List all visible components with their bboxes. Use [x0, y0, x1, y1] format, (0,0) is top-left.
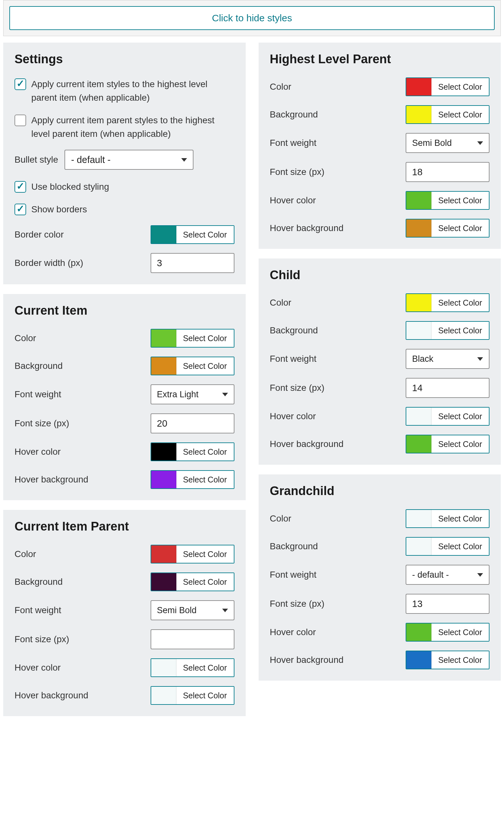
child-font-weight-label: Font weight	[270, 352, 406, 365]
checkbox-apply-parent-highest[interactable]	[15, 114, 26, 126]
highest-level-parent-hover-color-button[interactable]: Select Color	[431, 192, 489, 209]
current-item-parent-hover-color-button[interactable]: Select Color	[176, 659, 234, 677]
child-hover-bg-field[interactable]: Select Color	[406, 435, 489, 453]
current-item-background-label: Background	[15, 360, 151, 372]
highest-level-parent-hover-color-field[interactable]: Select Color	[406, 191, 489, 210]
child-font-weight-value: Black	[412, 354, 433, 364]
border-color-button[interactable]: Select Color	[176, 226, 234, 243]
border-color-swatch	[151, 226, 176, 243]
current-item-hover-color-field[interactable]: Select Color	[151, 442, 234, 461]
settings-title: Settings	[15, 52, 234, 66]
grandchild-color-button[interactable]: Select Color	[431, 510, 489, 527]
grandchild-font-weight-select[interactable]: - default -	[406, 565, 489, 585]
current-item-background-field[interactable]: Select Color	[151, 357, 234, 375]
grandchild-hover-bg-button[interactable]: Select Color	[431, 651, 489, 669]
grandchild-background-label: Background	[270, 540, 406, 552]
chevron-down-icon	[477, 357, 483, 361]
current-item-parent-color-field[interactable]: Select Color	[151, 545, 234, 563]
current-item-color-field[interactable]: Select Color	[151, 329, 234, 348]
grandchild-font-size-input[interactable]	[406, 594, 489, 614]
highest-level-parent-hover-bg-field[interactable]: Select Color	[406, 219, 489, 238]
highest-level-parent-background-swatch	[406, 106, 431, 123]
current-item-background-button[interactable]: Select Color	[176, 357, 234, 375]
grandchild-background-button[interactable]: Select Color	[431, 538, 489, 555]
child-background-button[interactable]: Select Color	[431, 322, 489, 339]
child-color-field[interactable]: Select Color	[406, 293, 489, 312]
current-item-parent-title: Current Item Parent	[15, 519, 234, 533]
bullet-style-value: - default -	[71, 154, 111, 165]
toggle-styles-button[interactable]: Click to hide styles	[9, 6, 495, 30]
highest-level-parent-background-field[interactable]: Select Color	[406, 105, 489, 124]
current-item-parent-color-button[interactable]: Select Color	[176, 545, 234, 563]
highest-level-parent-hover-bg-button[interactable]: Select Color	[431, 220, 489, 237]
child-background-field[interactable]: Select Color	[406, 321, 489, 340]
current-item-font-size-input[interactable]	[151, 413, 234, 433]
current-item-font-weight-value: Extra Light	[157, 390, 199, 400]
child-hover-bg-label: Hover background	[270, 438, 406, 450]
panel-child: Child Color Select Color Background Sele…	[259, 259, 501, 465]
current-item-hover-color-button[interactable]: Select Color	[176, 443, 234, 460]
highest-level-parent-font-size-label: Font size (px)	[270, 165, 406, 178]
highest-level-parent-title: Highest Level Parent	[270, 52, 490, 66]
highest-level-parent-hover-bg-label: Hover background	[270, 222, 406, 234]
highest-level-parent-font-weight-select[interactable]: Semi Bold	[406, 133, 489, 153]
child-hover-color-field[interactable]: Select Color	[406, 407, 489, 426]
current-item-title: Current Item	[15, 304, 234, 318]
current-item-color-button[interactable]: Select Color	[176, 330, 234, 347]
chevron-down-icon	[477, 141, 483, 145]
current-item-parent-font-size-label: Font size (px)	[15, 633, 151, 646]
chevron-down-icon	[222, 608, 228, 612]
child-color-swatch	[406, 294, 431, 312]
current-item-parent-background-field[interactable]: Select Color	[151, 572, 234, 591]
current-item-color-swatch	[151, 330, 176, 347]
child-background-label: Background	[270, 324, 406, 337]
current-item-parent-background-swatch	[151, 573, 176, 590]
border-color-field[interactable]: Select Color	[151, 225, 234, 244]
bullet-style-select[interactable]: - default -	[64, 150, 193, 170]
grandchild-color-field[interactable]: Select Color	[406, 509, 489, 528]
grandchild-font-size-label: Font size (px)	[270, 597, 406, 610]
child-color-label: Color	[270, 296, 406, 309]
child-color-button[interactable]: Select Color	[431, 294, 489, 312]
border-width-input[interactable]	[151, 253, 234, 273]
highest-level-parent-hover-color-label: Hover color	[270, 194, 406, 207]
current-item-hover-bg-button[interactable]: Select Color	[176, 471, 234, 488]
current-item-hover-bg-field[interactable]: Select Color	[151, 470, 234, 489]
current-item-parent-hover-color-field[interactable]: Select Color	[151, 658, 234, 677]
grandchild-hover-color-field[interactable]: Select Color	[406, 623, 489, 642]
grandchild-background-field[interactable]: Select Color	[406, 537, 489, 556]
checkbox-apply-current-highest[interactable]	[15, 78, 26, 90]
current-item-hover-color-swatch	[151, 443, 176, 460]
current-item-hover-bg-swatch	[151, 471, 176, 488]
current-item-color-label: Color	[15, 332, 151, 344]
current-item-parent-hover-color-label: Hover color	[15, 661, 151, 674]
current-item-font-weight-select[interactable]: Extra Light	[151, 384, 234, 404]
current-item-font-weight-label: Font weight	[15, 388, 151, 401]
current-item-parent-font-weight-select[interactable]: Semi Bold	[151, 600, 234, 620]
chevron-down-icon	[222, 393, 228, 396]
panel-highest-level-parent: Highest Level Parent Color Select Color …	[259, 43, 501, 249]
child-font-size-input[interactable]	[406, 378, 489, 398]
highest-level-parent-color-button[interactable]: Select Color	[431, 78, 489, 95]
current-item-parent-hover-bg-swatch	[151, 687, 176, 704]
current-item-parent-background-button[interactable]: Select Color	[176, 573, 234, 590]
current-item-parent-hover-bg-button[interactable]: Select Color	[176, 687, 234, 704]
grandchild-hover-color-button[interactable]: Select Color	[431, 624, 489, 641]
current-item-parent-hover-bg-field[interactable]: Select Color	[151, 686, 234, 705]
child-font-size-label: Font size (px)	[270, 381, 406, 394]
highest-level-parent-color-field[interactable]: Select Color	[406, 77, 489, 96]
highest-level-parent-font-size-input[interactable]	[406, 162, 489, 182]
current-item-hover-bg-label: Hover background	[15, 473, 151, 486]
highest-level-parent-background-label: Background	[270, 108, 406, 121]
current-item-parent-font-size-input[interactable]	[151, 629, 234, 649]
child-font-weight-select[interactable]: Black	[406, 349, 489, 369]
grandchild-hover-bg-label: Hover background	[270, 654, 406, 666]
grandchild-hover-bg-field[interactable]: Select Color	[406, 651, 489, 669]
checkbox-show-borders[interactable]	[15, 203, 26, 215]
grandchild-font-weight-label: Font weight	[270, 568, 406, 581]
highest-level-parent-background-button[interactable]: Select Color	[431, 106, 489, 123]
child-hover-bg-button[interactable]: Select Color	[431, 435, 489, 453]
child-hover-color-button[interactable]: Select Color	[431, 408, 489, 425]
checkbox-use-blocked[interactable]	[15, 181, 26, 193]
grandchild-color-swatch	[406, 510, 431, 527]
